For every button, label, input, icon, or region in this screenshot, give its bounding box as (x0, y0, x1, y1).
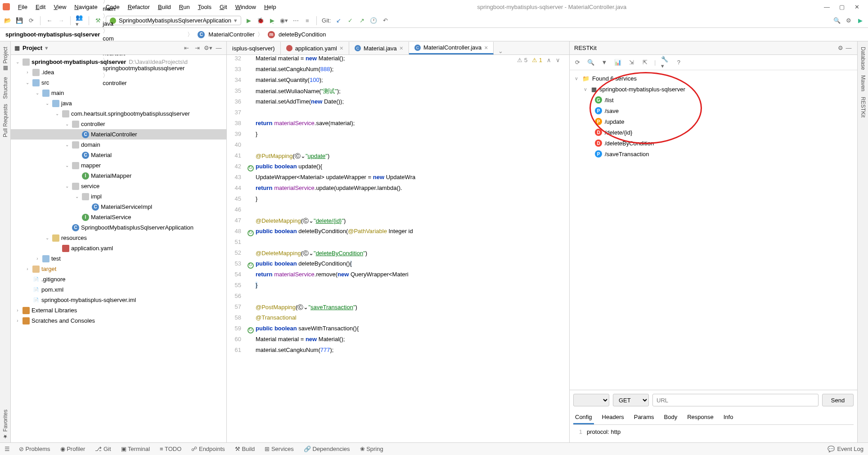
tree-node[interactable]: CMaterial (11, 150, 226, 160)
tree-node[interactable]: ›target (11, 264, 226, 274)
breadcrumb-method[interactable]: mdeleteByCondition (266, 31, 326, 38)
tree-node[interactable]: ⌄resources (11, 233, 226, 243)
restkit-help-icon[interactable]: ? (675, 59, 683, 67)
gutter-recursive-icon[interactable] (247, 262, 254, 269)
tree-node[interactable]: ⌄domain (11, 140, 226, 150)
menu-git[interactable]: Git (216, 2, 231, 12)
reload-icon[interactable]: ⟳ (27, 17, 35, 25)
tool-favorites[interactable]: ★ Favorites (2, 407, 9, 442)
hide-panel-icon[interactable]: — (215, 44, 223, 52)
rest-services-tree[interactable]: v📁Found 6 services v▦springboot-mybatisp… (570, 70, 857, 162)
stop-icon[interactable]: ■ (303, 17, 311, 25)
statusbar-services[interactable]: ⊞ Services (265, 446, 293, 452)
statusbar-git[interactable]: ⎇ Git (95, 446, 111, 452)
rest-env-select[interactable] (573, 394, 609, 406)
open-icon[interactable]: 📂 (4, 17, 12, 25)
search-everywhere-icon[interactable]: 🔍 (833, 17, 841, 25)
maximize-button[interactable]: ▢ (839, 4, 846, 10)
restkit-hide-icon[interactable]: — (845, 44, 853, 52)
tree-node[interactable]: IMaterialService (11, 212, 226, 222)
tree-node[interactable]: ⌄java (11, 98, 226, 108)
forward-icon[interactable]: → (57, 17, 65, 25)
tree-node[interactable]: ⌄com.heartsuit.springbootmybatisplussqls… (11, 108, 226, 119)
editor-tab[interactable]: CMaterialController.java× (409, 42, 494, 54)
statusbar-profiler[interactable]: ◉ Profiler (60, 446, 85, 452)
rest-endpoint[interactable]: P/update (573, 116, 854, 127)
menu-help[interactable]: Help (261, 2, 280, 12)
tree-node[interactable]: ⌄service (11, 181, 226, 191)
gutter-recursive-icon[interactable] (247, 327, 254, 333)
editor-tab[interactable]: isplus-sqlserver) (227, 42, 281, 54)
code-editor[interactable]: ⚠ 5 ⚠ 1 ∧ ∨ 32 Material material = new M… (227, 55, 569, 442)
request-tab-params[interactable]: Params (632, 411, 656, 424)
restkit-settings-icon[interactable]: ⚙ (837, 44, 845, 52)
tree-node[interactable]: CMaterialController (11, 129, 226, 140)
tree-node[interactable]: IMaterialMapper (11, 171, 226, 181)
statusbar-spring[interactable]: ❀ Spring (360, 446, 383, 452)
restkit-search-icon[interactable]: 🔍 (587, 59, 595, 67)
tree-node[interactable]: 📄pom.xml (11, 284, 226, 295)
panel-settings-icon[interactable]: ⚙▾ (204, 44, 212, 52)
close-window-button[interactable]: ✕ (855, 4, 861, 10)
rest-url-input[interactable] (652, 394, 819, 406)
tree-node[interactable]: 📄.gitignore (11, 274, 226, 284)
run-icon[interactable]: ▶ (245, 17, 253, 25)
request-tab-body[interactable]: Body (662, 411, 679, 424)
attach-icon[interactable]: ⋯ (292, 17, 300, 25)
tree-node[interactable]: CMaterialServiceImpl (11, 202, 226, 212)
weak-warning-indicator[interactable]: ⚠ 1 (532, 57, 542, 63)
project-view-dropdown[interactable]: ▾ (45, 45, 48, 51)
tool-database[interactable]: Database (860, 44, 866, 72)
restkit-collapse-icon[interactable]: ⇱ (641, 59, 649, 67)
request-tab-headers[interactable]: Headers (600, 411, 626, 424)
breadcrumb-segment[interactable]: main (103, 5, 184, 12)
save-icon[interactable]: 💾 (15, 17, 23, 25)
rest-endpoint[interactable]: D/deleteByCondition (573, 138, 854, 149)
config-body-text[interactable]: protocol: http (587, 428, 621, 435)
rest-endpoint[interactable]: D/delete/{id} (573, 127, 854, 138)
tabs-dropdown-icon[interactable]: ⌄ (494, 48, 508, 54)
request-tab-info[interactable]: Info (722, 411, 735, 424)
breadcrumb-root[interactable]: springboot-mybatisplus-sqlserver (5, 31, 100, 38)
close-tab-icon[interactable]: × (400, 45, 403, 52)
tree-node[interactable]: CSpringbootMybatisplusSqlserverApplicati… (11, 222, 226, 233)
tree-node[interactable]: ⌄controller (11, 119, 226, 129)
minimize-button[interactable]: — (824, 4, 830, 10)
menu-view[interactable]: View (50, 2, 70, 12)
menu-edit[interactable]: Edit (32, 2, 49, 12)
tree-node[interactable]: ⌄springboot-mybatisplus-sqlserverD:\Java… (11, 57, 226, 67)
tree-node[interactable]: ›test (11, 253, 226, 264)
statusbar-terminal[interactable]: ▣ Terminal (121, 446, 150, 452)
back-icon[interactable]: ← (45, 17, 54, 25)
expand-icon[interactable]: ⇥ (193, 44, 201, 52)
avatar-icon[interactable]: 👥▾ (76, 17, 84, 25)
tree-node[interactable]: ⌄impl (11, 191, 226, 202)
restkit-tools-icon[interactable]: 🔧▾ (661, 59, 669, 67)
menu-navigate[interactable]: Navigate (71, 2, 101, 12)
tree-node[interactable]: ›External Libraries (11, 305, 226, 315)
inspection-up-icon[interactable]: ∧ (547, 57, 551, 63)
statusbar-build[interactable]: ⚒ Build (235, 446, 255, 452)
breadcrumb-segment[interactable]: java (103, 20, 184, 27)
menu-file[interactable]: File (14, 2, 31, 12)
debug-icon[interactable]: 🐞 (256, 17, 265, 25)
breadcrumb-class[interactable]: CMaterialController (196, 31, 255, 38)
rest-endpoint[interactable]: P/saveTransaction (573, 149, 854, 159)
git-history-icon[interactable]: 🕐 (369, 17, 378, 25)
breadcrumb-segment[interactable]: com (103, 35, 184, 42)
rest-endpoint[interactable]: P/save (573, 105, 854, 116)
restkit-expand-icon[interactable]: ⇲ (627, 59, 635, 67)
menu-window[interactable]: Window (232, 2, 260, 12)
project-panel-title[interactable]: Project (22, 45, 42, 51)
tool-restkit[interactable]: RESTKit (860, 94, 866, 120)
rest-send-button[interactable]: Send (822, 394, 854, 406)
execute-icon[interactable]: ▶ (856, 17, 864, 25)
project-tree[interactable]: ⌄springboot-mybatisplus-sqlserverD:\Java… (11, 55, 226, 442)
request-tab-config[interactable]: Config (573, 411, 594, 424)
statusbar-problems[interactable]: ⊘ Problems (19, 446, 50, 452)
warning-indicator[interactable]: ⚠ 5 (517, 57, 527, 63)
gutter-recursive-icon[interactable] (247, 165, 254, 171)
editor-tab[interactable]: CMaterial.java× (349, 42, 409, 54)
request-tab-response[interactable]: Response (685, 411, 715, 424)
tree-node[interactable]: application.yaml (11, 243, 226, 253)
